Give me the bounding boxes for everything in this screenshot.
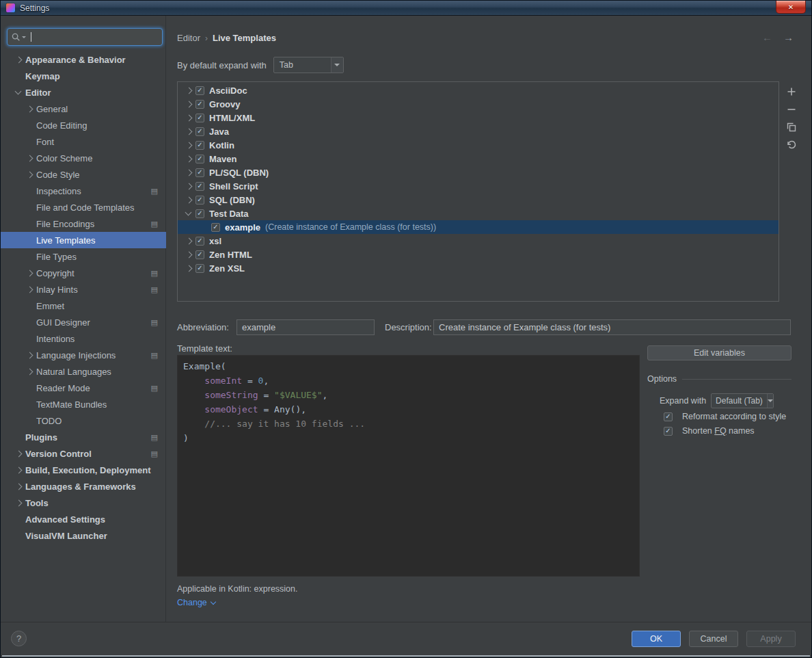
sidebar-item-code-style[interactable]: Code Style bbox=[1, 166, 166, 183]
sidebar-item-general[interactable]: General bbox=[1, 101, 166, 117]
breadcrumb-parent[interactable]: Editor bbox=[177, 33, 200, 43]
sidebar-item-language-injections[interactable]: Language Injections▤ bbox=[1, 347, 166, 363]
sidebar-item-inspections[interactable]: Inspections▤ bbox=[1, 183, 166, 199]
chevron-right-icon[interactable] bbox=[185, 264, 193, 272]
sidebar-item-tools[interactable]: Tools bbox=[1, 495, 166, 511]
sidebar-item-emmet[interactable]: Emmet bbox=[1, 298, 166, 314]
template-checkbox[interactable]: ✓ bbox=[195, 264, 204, 273]
sidebar-item-todo[interactable]: TODO bbox=[1, 412, 166, 429]
chevron-right-icon[interactable] bbox=[25, 105, 33, 113]
template-checkbox[interactable]: ✓ bbox=[195, 100, 204, 109]
settings-search-input[interactable] bbox=[33, 32, 158, 42]
sidebar-item-live-templates[interactable]: Live Templates bbox=[1, 232, 166, 248]
cancel-button[interactable]: Cancel bbox=[689, 631, 738, 647]
sidebar-item-version-control[interactable]: Version Control▤ bbox=[1, 445, 166, 462]
template-checkbox[interactable]: ✓ bbox=[195, 114, 204, 122]
close-button[interactable]: ✕ bbox=[776, 1, 806, 14]
template-tree-row-kotlin[interactable]: ✓Kotlin bbox=[178, 138, 779, 152]
sidebar-item-copyright[interactable]: Copyright▤ bbox=[1, 265, 166, 281]
reformat-checkbox[interactable]: ✓ bbox=[664, 412, 673, 421]
forward-icon[interactable]: → bbox=[783, 31, 794, 43]
chevron-right-icon[interactable] bbox=[185, 127, 193, 135]
shorten-fq-checkbox[interactable]: ✓ bbox=[664, 427, 673, 436]
template-tree-row-sql-dbn[interactable]: ✓SQL (DBN) bbox=[178, 193, 779, 207]
template-tree-row-xsl[interactable]: ✓xsl bbox=[178, 234, 779, 248]
template-checkbox[interactable]: ✓ bbox=[195, 155, 204, 163]
chevron-right-icon[interactable] bbox=[14, 55, 23, 64]
chevron-right-icon[interactable] bbox=[25, 367, 33, 376]
sidebar-item-reader-mode[interactable]: Reader Mode▤ bbox=[1, 380, 166, 396]
chevron-right-icon[interactable] bbox=[185, 196, 193, 204]
chevron-right-icon[interactable] bbox=[14, 482, 23, 490]
sidebar-item-plugins[interactable]: Plugins▤ bbox=[1, 429, 166, 445]
reset-button[interactable] bbox=[784, 137, 799, 153]
sidebar-item-code-editing[interactable]: Code Editing bbox=[1, 117, 166, 133]
add-button[interactable] bbox=[784, 84, 799, 99]
chevron-right-icon[interactable] bbox=[14, 499, 23, 507]
reformat-checkbox-row[interactable]: ✓ Reformat according to style bbox=[664, 412, 786, 421]
sidebar-item-file-encodings[interactable]: File Encodings▤ bbox=[1, 215, 166, 232]
sidebar-item-intentions[interactable]: Intentions bbox=[1, 330, 166, 347]
remove-button[interactable] bbox=[784, 102, 799, 117]
sidebar-item-editor[interactable]: Editor bbox=[1, 84, 166, 101]
template-checkbox[interactable]: ✓ bbox=[195, 182, 204, 191]
abbreviation-input[interactable] bbox=[236, 319, 375, 335]
template-tree-row-example[interactable]: ✓example(Create instance of Example clas… bbox=[178, 220, 779, 234]
chevron-right-icon[interactable] bbox=[25, 154, 33, 162]
duplicate-button[interactable] bbox=[784, 120, 799, 135]
help-button[interactable]: ? bbox=[11, 631, 27, 646]
sidebar-item-languages-frameworks[interactable]: Languages & Frameworks bbox=[1, 478, 166, 495]
back-icon[interactable]: ← bbox=[762, 31, 772, 43]
template-checkbox[interactable]: ✓ bbox=[195, 237, 204, 246]
template-tree-row-zen-xsl[interactable]: ✓Zen XSL bbox=[178, 261, 779, 275]
template-tree-row-pl-sql-dbn[interactable]: ✓PL/SQL (DBN) bbox=[178, 166, 779, 179]
template-tree-row-java[interactable]: ✓Java bbox=[178, 124, 779, 138]
template-checkbox[interactable]: ✓ bbox=[195, 168, 204, 177]
chevron-down-icon[interactable] bbox=[185, 209, 193, 218]
sidebar-item-font[interactable]: Font bbox=[1, 133, 166, 150]
template-checkbox[interactable]: ✓ bbox=[195, 209, 204, 218]
sidebar-item-natural-languages[interactable]: Natural Languages bbox=[1, 363, 166, 380]
template-tree-row-maven[interactable]: ✓Maven bbox=[178, 152, 779, 166]
combobox-arrow-button[interactable] bbox=[767, 394, 773, 408]
chevron-right-icon[interactable] bbox=[25, 269, 33, 277]
chevron-right-icon[interactable] bbox=[185, 114, 193, 122]
template-checkbox[interactable]: ✓ bbox=[211, 223, 220, 232]
template-checkbox[interactable]: ✓ bbox=[195, 86, 204, 95]
chevron-right-icon[interactable] bbox=[25, 285, 33, 293]
template-tree-row-zen-html[interactable]: ✓Zen HTML bbox=[178, 248, 779, 261]
template-tree-row-test-data[interactable]: ✓Test Data bbox=[178, 207, 779, 220]
chevron-right-icon[interactable] bbox=[185, 237, 193, 245]
chevron-right-icon[interactable] bbox=[185, 250, 193, 259]
chevron-right-icon[interactable] bbox=[185, 168, 193, 176]
chevron-right-icon[interactable] bbox=[185, 86, 193, 94]
sidebar-item-inlay-hints[interactable]: Inlay Hints▤ bbox=[1, 281, 166, 298]
template-tree-row-groovy[interactable]: ✓Groovy bbox=[178, 97, 779, 111]
template-checkbox[interactable]: ✓ bbox=[195, 250, 204, 259]
apply-button[interactable]: Apply bbox=[746, 631, 796, 647]
sidebar-item-file-types[interactable]: File Types bbox=[1, 248, 166, 265]
sidebar-item-keymap[interactable]: Keymap bbox=[1, 68, 166, 84]
chevron-down-icon[interactable] bbox=[14, 88, 23, 96]
chevron-right-icon[interactable] bbox=[14, 449, 23, 458]
shorten-fq-checkbox-row[interactable]: ✓ Shorten FQ names bbox=[664, 426, 755, 436]
sidebar-item-file-and-code-templates[interactable]: File and Code Templates bbox=[1, 199, 166, 215]
change-context-link[interactable]: Change bbox=[177, 598, 215, 607]
default-expand-combobox[interactable]: Tab bbox=[273, 57, 344, 73]
template-checkbox[interactable]: ✓ bbox=[195, 196, 204, 205]
template-tree-row-shell-script[interactable]: ✓Shell Script bbox=[178, 179, 779, 193]
chevron-right-icon[interactable] bbox=[185, 182, 193, 190]
template-editor[interactable]: Example( someInt = 0, someString = "$VAL… bbox=[177, 355, 640, 577]
combobox-arrow-button[interactable] bbox=[331, 57, 343, 73]
expand-with-combobox[interactable]: Default (Tab) bbox=[711, 393, 774, 408]
ok-button[interactable]: OK bbox=[632, 631, 681, 647]
template-tree[interactable]: ✓AsciiDoc✓Groovy✓HTML/XML✓Java✓Kotlin✓Ma… bbox=[177, 81, 779, 302]
search-history-arrow-icon[interactable] bbox=[22, 36, 26, 38]
sidebar-item-visualvm-launcher[interactable]: VisualVM Launcher bbox=[1, 527, 166, 544]
sidebar-item-advanced-settings[interactable]: Advanced Settings bbox=[1, 511, 166, 527]
template-checkbox[interactable]: ✓ bbox=[195, 127, 204, 136]
chevron-right-icon[interactable] bbox=[25, 170, 33, 179]
sidebar-item-textmate-bundles[interactable]: TextMate Bundles bbox=[1, 396, 166, 412]
template-tree-row-asciidoc[interactable]: ✓AsciiDoc bbox=[178, 83, 779, 97]
description-input[interactable] bbox=[433, 319, 791, 335]
